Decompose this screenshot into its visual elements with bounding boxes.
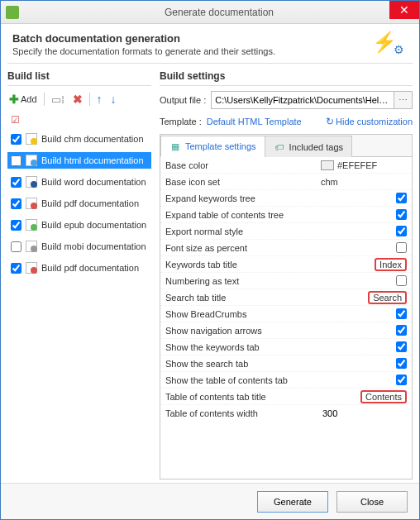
prop-checkbox[interactable]	[396, 325, 407, 336]
move-up-button[interactable]: ↑	[95, 91, 104, 107]
tab-label: Included tags	[289, 142, 343, 152]
tab-template-settings[interactable]: ▦ Template settings	[160, 136, 265, 157]
output-file-label: Output file :	[160, 95, 206, 105]
output-file-input[interactable]	[212, 92, 394, 108]
build-item-pdf[interactable]: Build pdf documentation	[7, 260, 151, 276]
build-item-mobi[interactable]: Build mobi documentation	[7, 238, 151, 255]
prop-value: #EFEFEF	[337, 160, 377, 170]
prop-name: Export normal style	[165, 227, 321, 236]
prop-value-input[interactable]	[321, 408, 370, 419]
output-file-browse-button[interactable]: ⋯	[394, 92, 412, 108]
prop-checkbox[interactable]	[396, 358, 407, 369]
generate-button[interactable]: Generate	[257, 491, 328, 513]
select-all-row: ☑	[7, 112, 151, 127]
prop-value-cell	[321, 341, 407, 352]
prop-checkbox[interactable]	[396, 374, 407, 385]
prop-checkbox[interactable]	[396, 275, 407, 286]
build-item-word[interactable]: Build word documentation	[7, 174, 151, 190]
prop-value-cell	[321, 374, 407, 385]
prop-row[interactable]: Show BreadCrumbs	[160, 306, 412, 322]
build-item-checkbox[interactable]	[11, 134, 21, 145]
prop-value-cell	[321, 358, 407, 369]
prop-row[interactable]: Search tab titleSearch	[160, 289, 412, 306]
prop-checkbox[interactable]	[396, 209, 407, 220]
prop-row[interactable]: Base icon setchm	[160, 174, 412, 190]
build-item-checkbox[interactable]	[11, 155, 21, 166]
prop-checkbox[interactable]	[396, 341, 407, 352]
close-button[interactable]: Close	[336, 491, 408, 513]
header-subtitle: Specify the documentation formats to gen…	[12, 46, 275, 56]
prop-value-cell	[321, 308, 407, 319]
prop-name: Show navigation arrows	[165, 326, 321, 336]
prop-row[interactable]: Show navigation arrows	[160, 322, 412, 339]
prop-row[interactable]: Show the search tab	[160, 355, 412, 372]
delete-button[interactable]: ✖	[71, 91, 84, 107]
prop-value-cell	[321, 209, 407, 220]
separator	[44, 93, 45, 106]
rename-button[interactable]: ▭⁞	[50, 92, 66, 107]
prop-row[interactable]: Numbering as text	[160, 273, 412, 289]
build-list-title: Build list	[7, 70, 151, 82]
prop-row[interactable]: Show the keywords tab	[160, 339, 412, 355]
build-item-checkbox[interactable]	[11, 241, 21, 252]
prop-checkbox[interactable]	[396, 193, 407, 203]
pdf-doc-icon	[26, 198, 37, 209]
hide-customization-link[interactable]: ↻Hide customization	[326, 116, 413, 127]
prop-row[interactable]: Font size as percent	[160, 240, 412, 256]
select-all-icon[interactable]: ☑	[11, 114, 20, 126]
prop-row[interactable]: Expand keywords tree	[160, 190, 412, 207]
prop-value-cell	[321, 193, 407, 203]
template-label: Template :	[160, 117, 202, 126]
build-settings-panel: Build settings Output file : ⋯ Template …	[160, 70, 413, 479]
build-item-epub[interactable]: Build epub documentation	[7, 217, 151, 233]
prop-value-cell: #EFEFEF	[321, 160, 407, 170]
build-item-pdf[interactable]: Build pdf documentation	[7, 195, 151, 212]
prop-value-cell	[321, 242, 407, 253]
tab-strip: ▦ Template settings 🏷 Included tags	[160, 135, 412, 156]
build-list-panel: Build list ✚ Add ▭⁞ ✖ ↑ ↓ ☑ Build chm do…	[7, 70, 151, 479]
prop-name: Base color	[165, 160, 321, 170]
prop-checkbox[interactable]	[396, 308, 407, 319]
rename-icon: ▭⁞	[51, 93, 64, 106]
prop-value-highlight[interactable]: Search	[368, 291, 407, 304]
prop-checkbox[interactable]	[396, 242, 407, 253]
prop-row[interactable]: Table of contents width	[160, 405, 412, 422]
color-swatch[interactable]	[321, 160, 334, 170]
dialog-window: Generate documentation ✕ Batch documenta…	[0, 0, 420, 520]
build-item-chm[interactable]: Build chm documentation	[7, 131, 151, 147]
build-item-checkbox[interactable]	[11, 263, 21, 274]
prop-value-cell: Index	[321, 258, 407, 271]
build-item-label: Build epub documentation	[41, 220, 146, 230]
arrow-down-icon: ↓	[111, 93, 117, 106]
build-item-label: Build pdf documentation	[41, 263, 139, 273]
build-item-checkbox[interactable]	[11, 198, 21, 209]
chm-doc-icon	[26, 133, 37, 145]
property-grid: Base color#EFEFEFBase icon setchmExpand …	[160, 156, 412, 479]
prop-name: Table of contents width	[165, 408, 321, 418]
prop-row[interactable]: Export normal style	[160, 223, 412, 240]
build-item-label: Build mobi documentation	[41, 241, 146, 251]
build-item-checkbox[interactable]	[11, 177, 21, 188]
settings-tab-icon: ▦	[169, 141, 181, 152]
build-item-label: Build pdf documentation	[41, 198, 139, 208]
prop-row[interactable]: Base color#EFEFEF	[160, 157, 412, 174]
prop-checkbox[interactable]	[396, 226, 407, 236]
prop-row[interactable]: Expand table of contents tree	[160, 207, 412, 223]
prop-row[interactable]: Show the table of contents tab	[160, 372, 412, 389]
prop-value-cell	[321, 275, 407, 286]
prop-row[interactable]: Keywords tab titleIndex	[160, 256, 412, 273]
header-title: Batch documentation generation	[12, 32, 275, 45]
close-icon[interactable]: ✕	[389, 1, 419, 19]
header: Batch documentation generation Specify t…	[1, 24, 419, 63]
add-button[interactable]: ✚ Add	[7, 91, 39, 107]
build-item-html[interactable]: Build html documentation	[7, 152, 151, 169]
move-down-button[interactable]: ↓	[109, 91, 118, 107]
tab-included-tags[interactable]: 🏷 Included tags	[265, 136, 352, 157]
separator	[89, 93, 90, 106]
template-link[interactable]: Default HTML Template	[207, 117, 302, 126]
build-item-label: Build html documentation	[41, 155, 144, 165]
prop-value-highlight[interactable]: Contents	[360, 390, 407, 403]
build-item-checkbox[interactable]	[11, 220, 21, 231]
prop-value-highlight[interactable]: Index	[375, 258, 407, 271]
prop-row[interactable]: Table of contents tab titleContents	[160, 389, 412, 405]
